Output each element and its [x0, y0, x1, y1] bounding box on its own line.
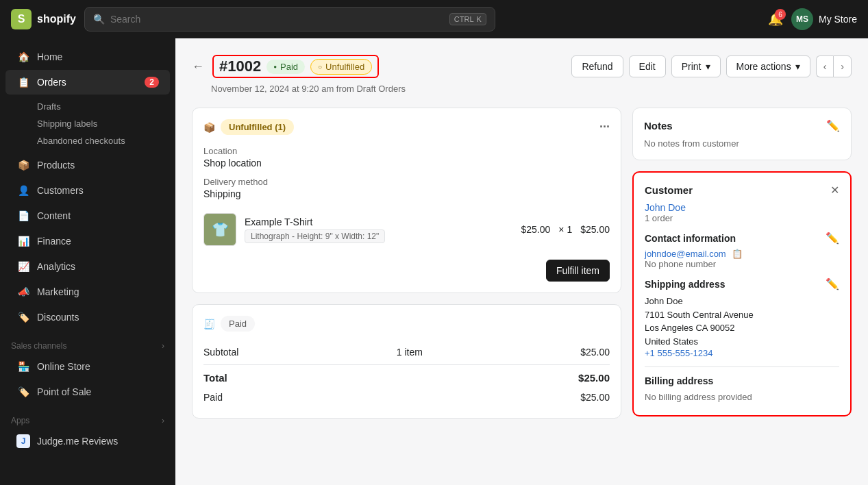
billing-section-header: Billing address [645, 375, 839, 386]
notes-edit-button[interactable]: ✏️ [826, 119, 840, 132]
customer-title: Customer [645, 184, 693, 196]
sidebar-item-shipping-labels[interactable]: Shipping labels [32, 115, 175, 132]
sidebar-item-content[interactable]: 📄 Content [5, 203, 170, 228]
delivery-value: Shipping [203, 188, 610, 199]
nav-arrows: ‹ › [816, 55, 852, 77]
back-button[interactable]: ← [192, 60, 204, 74]
payment-icon: 🧾 [203, 319, 215, 329]
unfulfilled-more-button[interactable]: ··· [599, 120, 610, 134]
orders-badge: 2 [145, 77, 159, 88]
product-unit-price: $25.00 [521, 224, 550, 235]
sidebar-item-marketing[interactable]: 📣 Marketing [5, 279, 170, 304]
shopify-logo: S shopify [11, 9, 76, 29]
notes-title: Notes [644, 120, 673, 132]
sidebar-item-abandoned-checkouts[interactable]: Abandoned checkouts [32, 132, 175, 149]
customer-email[interactable]: johndoe@email.com [645, 249, 726, 259]
pos-icon: 🏷️ [16, 385, 30, 399]
sidebar-item-pos[interactable]: 🏷️ Point of Sale [5, 380, 170, 404]
orders-icon: 📋 [16, 75, 30, 89]
sidebar-label-judgeme: Judge.me Reviews [37, 436, 118, 447]
customer-name[interactable]: John Doe [645, 202, 839, 213]
sales-channels-section: Sales channels › [0, 330, 175, 353]
location-value: Shop location [203, 158, 610, 169]
sidebar-label-home: Home [37, 51, 62, 62]
next-order-button[interactable]: › [833, 55, 852, 77]
search-bar[interactable]: 🔍 CTRL K [84, 7, 495, 32]
search-input[interactable] [110, 14, 444, 25]
unfulfilled-badge: ○ Unfulfilled [310, 59, 372, 75]
product-variant: Lithograph - Height: 9" x Width: 12" [245, 229, 385, 243]
judgeme-icon: J [16, 434, 30, 448]
contact-edit-button[interactable]: ✏️ [826, 232, 839, 245]
subtotal-row: Subtotal 1 item $25.00 [203, 343, 610, 362]
sidebar-item-drafts[interactable]: Drafts [32, 98, 175, 115]
store-name: My Store [819, 14, 857, 25]
fulfill-item-button[interactable]: Fulfill item [546, 260, 610, 282]
more-actions-button[interactable]: More actions ▾ [726, 55, 810, 77]
customer-card: Customer ✕ John Doe 1 order Contact info… [632, 171, 852, 416]
topnav: S shopify 🔍 CTRL K 🔔 6 MS My Store [0, 0, 868, 38]
layout: 🏠 Home 📋 Orders 2 Drafts Shipping labels… [0, 38, 868, 485]
paid-badge-label: Paid [280, 62, 298, 72]
customers-icon: 👤 [16, 184, 30, 197]
content-icon: 📄 [16, 209, 30, 223]
shipping-city: Los Angeles CA 90052 [645, 321, 839, 335]
fulfill-btn-container: Fulfill item [203, 260, 610, 282]
product-total: $25.00 [580, 224, 610, 235]
sidebar-item-customers[interactable]: 👤 Customers [5, 178, 170, 203]
customer-close-button[interactable]: ✕ [830, 184, 839, 197]
sidebar: 🏠 Home 📋 Orders 2 Drafts Shipping labels… [0, 38, 175, 485]
apps-chevron[interactable]: › [162, 416, 164, 425]
subtotal-items: 1 item [397, 347, 423, 358]
home-icon: 🏠 [16, 50, 30, 64]
sidebar-item-products[interactable]: 📦 Products [5, 153, 170, 177]
sidebar-label-marketing: Marketing [37, 286, 79, 297]
sidebar-orders-submenu: Drafts Shipping labels Abandoned checkou… [0, 95, 175, 152]
sidebar-item-analytics[interactable]: 📈 Analytics [5, 254, 170, 279]
unfulfilled-badge-label: Unfulfilled [325, 62, 364, 72]
notes-card: Notes ✏️ No notes from customer [632, 108, 852, 160]
shopify-logo-icon: S [11, 9, 32, 29]
print-button[interactable]: Print ▾ [671, 55, 721, 77]
sidebar-item-finance[interactable]: 📊 Finance [5, 229, 170, 253]
logo-text: shopify [37, 13, 76, 25]
total-value: $25.00 [578, 372, 610, 384]
page-header: ← #1002 Paid ○ Unfulfilled Refund Edit P… [192, 55, 852, 78]
more-actions-label: More actions [736, 61, 791, 72]
sidebar-label-pos: Point of Sale [37, 386, 91, 397]
copy-email-button[interactable]: 📋 [732, 249, 743, 259]
contact-title: Contact information [645, 233, 736, 244]
sidebar-label-analytics: Analytics [37, 261, 75, 272]
topnav-right: 🔔 6 MS My Store [768, 8, 857, 30]
paid-value: $25.00 [580, 392, 610, 403]
content-grid: 📦 Unfulfilled (1) ··· Location Shop loca… [192, 108, 852, 430]
location-row: Location Shop location [203, 146, 610, 169]
shipping-edit-button[interactable]: ✏️ [826, 277, 839, 290]
sidebar-item-orders[interactable]: 📋 Orders 2 [5, 70, 170, 95]
subtotal-value: $25.00 [580, 347, 610, 358]
sidebar-item-discounts[interactable]: 🏷️ Discounts [5, 305, 170, 329]
products-icon: 📦 [16, 158, 30, 172]
sales-channels-chevron[interactable]: › [162, 341, 164, 351]
location-label: Location [203, 146, 610, 156]
refund-button[interactable]: Refund [571, 55, 623, 77]
prev-order-button[interactable]: ‹ [816, 55, 834, 77]
search-icon: 🔍 [93, 14, 105, 25]
store-button[interactable]: MS My Store [791, 8, 857, 30]
sidebar-label-online-store: Online Store [37, 361, 90, 372]
sidebar-label-products: Products [37, 160, 75, 171]
shipping-phone[interactable]: +1 555-555-1234 [645, 348, 839, 358]
analytics-icon: 📈 [16, 260, 30, 273]
edit-button[interactable]: Edit [629, 55, 666, 77]
sidebar-item-online-store[interactable]: 🏪 Online Store [5, 354, 170, 379]
sales-channels-label: Sales channels [11, 341, 66, 351]
notification-button[interactable]: 🔔 6 [768, 12, 783, 27]
unfulfilled-icon: ○ [318, 63, 322, 71]
sidebar-item-home[interactable]: 🏠 Home [5, 45, 170, 69]
finance-icon: 📊 [16, 234, 30, 248]
sidebar-item-judgeme[interactable]: J Judge.me Reviews [5, 429, 170, 453]
apps-section: Apps › [0, 405, 175, 428]
payment-status-label: Paid [229, 319, 247, 329]
print-label: Print [682, 61, 702, 72]
sidebar-label-content: Content [37, 210, 71, 221]
